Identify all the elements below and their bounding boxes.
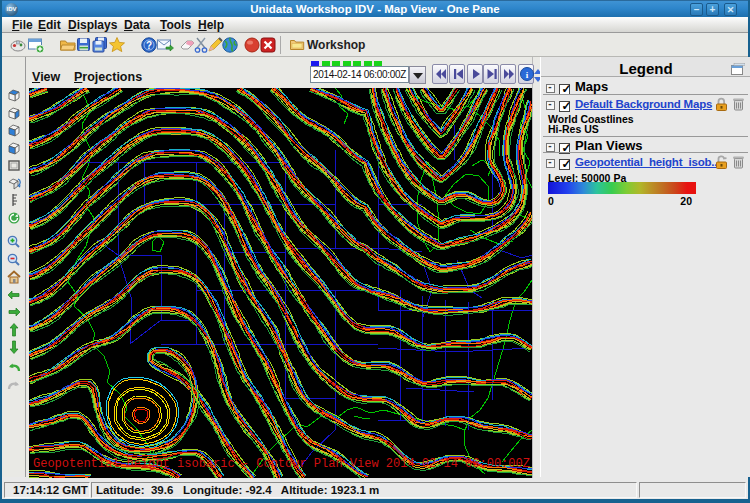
svg-text:?: ? [146, 40, 152, 51]
svg-text:Geopotential height isobaric -: Geopotential height isobaric - Contour P… [33, 457, 530, 471]
